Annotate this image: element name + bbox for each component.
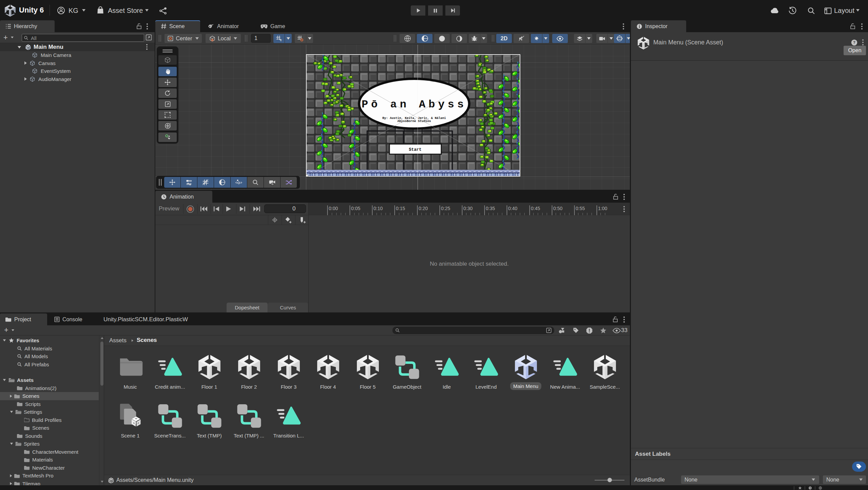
svg-text:?: ? (853, 40, 855, 44)
svg-text:0:15: 0:15 (396, 206, 405, 211)
svg-text:0:45: 0:45 (531, 206, 540, 211)
svg-text:0:00: 0:00 (329, 206, 338, 211)
svg-text:AbyssBorne Studios: AbyssBorne Studios (397, 119, 431, 123)
svg-text:0:35: 0:35 (486, 206, 495, 211)
svg-text:0:55: 0:55 (576, 206, 585, 211)
svg-text:Pō an Abyss: Pō an Abyss (362, 98, 467, 111)
svg-text:0:25: 0:25 (441, 206, 450, 211)
svg-text:0:05: 0:05 (351, 206, 360, 211)
svg-text:0:20: 0:20 (419, 206, 428, 211)
svg-text:0:40: 0:40 (508, 206, 517, 211)
svg-text:0:50: 0:50 (553, 206, 562, 211)
svg-text:0:30: 0:30 (463, 206, 472, 211)
svg-text:Start: Start (409, 147, 422, 152)
svg-text:0:10: 0:10 (373, 206, 383, 211)
svg-text:1:00: 1:00 (598, 206, 607, 211)
svg-text:Y: Y (280, 39, 282, 42)
